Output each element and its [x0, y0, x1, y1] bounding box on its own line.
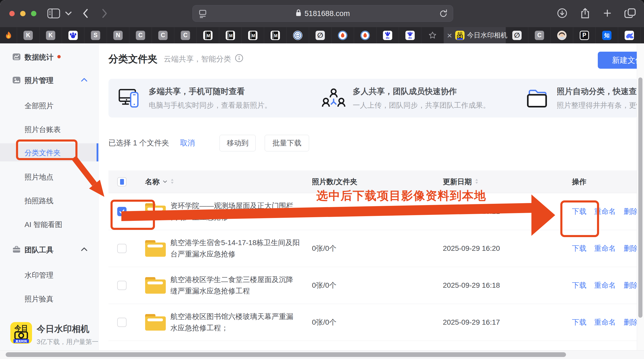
- action-下载-link[interactable]: 下载: [572, 280, 586, 290]
- sidebar-item-照片管理[interactable]: 照片管理: [0, 71, 98, 89]
- favicon-zhihu-icon: 知: [602, 31, 611, 40]
- favicon-emblem-icon: CUIT: [293, 31, 302, 40]
- folder-name[interactable]: 资环学院——观测场屋面及正大门围栏倒塌严重应急抢修: [170, 200, 300, 223]
- feature-desc: 一人上传，团队同步，共享团队工作成果。: [353, 100, 490, 110]
- browser-tab[interactable]: du: [399, 27, 421, 43]
- browser-tab[interactable]: C: [129, 27, 152, 43]
- minimize-window-button[interactable]: [20, 11, 26, 16]
- browser-tab[interactable]: M: [197, 27, 219, 43]
- browser-tab[interactable]: C: [152, 27, 174, 43]
- browser-tab[interactable]: ∅: [309, 27, 332, 43]
- browser-tab[interactable]: [618, 27, 641, 43]
- action-删除-link[interactable]: 删除: [624, 207, 638, 216]
- name-sort-icon[interactable]: [170, 178, 174, 185]
- page-subtitle: 云端共享，智能分类: [164, 54, 231, 64]
- horizontal-scrollbar-thumb[interactable]: [6, 352, 566, 357]
- feature-title: 多人共享，团队成员快速协作: [353, 86, 490, 97]
- action-删除-link[interactable]: 删除: [624, 244, 638, 253]
- browser-tab[interactable]: [0, 27, 17, 43]
- batch-download-button[interactable]: 批量下载: [265, 135, 309, 151]
- sidebar-item-照片验真[interactable]: 照片验真: [0, 290, 98, 308]
- action-重命名-link[interactable]: 重命名: [594, 317, 616, 327]
- browser-tab[interactable]: [551, 27, 573, 43]
- browser-tab[interactable]: [421, 27, 444, 43]
- chevron-up-icon[interactable]: [81, 78, 88, 82]
- action-删除-link[interactable]: 删除: [624, 280, 638, 290]
- browser-tab[interactable]: 知: [596, 27, 618, 43]
- app-tagline: 3亿下载，用户量第一: [37, 338, 98, 346]
- browser-tab[interactable]: CUIT: [287, 27, 309, 43]
- sidebar-item-AI 智能看图[interactable]: AI 智能看图: [0, 215, 98, 233]
- row-checkbox[interactable]: [117, 244, 127, 253]
- chevron-up-icon[interactable]: [81, 247, 88, 251]
- browser-tab[interactable]: M: [264, 27, 287, 43]
- share-icon[interactable]: [580, 7, 590, 20]
- feature-title: 多端共享，手机可随时查看: [149, 86, 272, 97]
- row-name-cell: 航空港校区图书馆六楼玻璃天幕严重漏水应急抢修工程；: [135, 311, 312, 334]
- favicon-letter-icon: S: [91, 31, 100, 40]
- sidebar-item-团队工具[interactable]: 团队工具: [0, 240, 98, 259]
- sidebar-item-照片台账表[interactable]: 照片台账表: [0, 120, 98, 138]
- active-tab[interactable]: ×今日今日水印相机: [444, 27, 506, 43]
- reload-icon[interactable]: [439, 9, 448, 20]
- sidebar-item-拍照路线[interactable]: 拍照路线: [0, 191, 98, 209]
- action-下载-link[interactable]: 下载: [572, 317, 586, 327]
- browser-tab[interactable]: K: [17, 27, 40, 43]
- browser-tab[interactable]: M: [242, 27, 264, 43]
- row-checkbox[interactable]: [117, 318, 127, 327]
- favicon-avatar-icon: [557, 31, 567, 40]
- folder-name[interactable]: 航空港校区学生二食堂三楼屋面及沉降缝严重漏水应急抢修工程: [170, 274, 300, 297]
- vertical-scrollbar-thumb[interactable]: [638, 77, 642, 318]
- close-tab-icon[interactable]: ×: [447, 31, 452, 40]
- browser-tab[interactable]: M: [219, 27, 242, 43]
- favicon-book-icon: M: [203, 31, 213, 40]
- sidebar-item-水印管理[interactable]: 水印管理: [0, 266, 98, 284]
- chevron-down-icon[interactable]: [65, 7, 72, 20]
- sidebar-item-数据统计[interactable]: 数据统计: [0, 48, 98, 66]
- browser-tab[interactable]: C: [528, 27, 551, 43]
- favicon-slash-icon: ∅: [316, 31, 325, 40]
- sidebar-item-label: 全部照片: [25, 101, 53, 111]
- select-all-checkbox[interactable]: [117, 177, 127, 186]
- downloads-icon[interactable]: [557, 8, 568, 20]
- sidebar-item-照片地点[interactable]: 照片地点: [0, 168, 98, 186]
- browser-tab[interactable]: P: [573, 27, 596, 43]
- browser-tab[interactable]: [354, 27, 376, 43]
- page-format-icon[interactable]: [199, 9, 207, 20]
- feature-desc: 电脑与手机实时同步，查看最新照片。: [149, 100, 272, 110]
- browser-tab[interactable]: K: [40, 27, 62, 43]
- action-重命名-link[interactable]: 重命名: [594, 280, 616, 290]
- folder-name[interactable]: 航空港学生宿舍5-14-17-18栋卫生间及阳台严重漏水应急抢修: [170, 237, 300, 260]
- action-下载-link[interactable]: 下载: [572, 244, 586, 253]
- tab-overview-icon[interactable]: [624, 8, 636, 20]
- zoom-window-button[interactable]: [31, 11, 36, 16]
- action-删除-link[interactable]: 删除: [624, 317, 638, 327]
- browser-tab[interactable]: du: [376, 27, 399, 43]
- browser-tab[interactable]: N: [107, 27, 129, 43]
- browser-tab[interactable]: S: [84, 27, 107, 43]
- back-icon[interactable]: [82, 7, 89, 20]
- browser-tab[interactable]: C: [174, 27, 197, 43]
- photo-count: 0张/0个: [312, 280, 443, 290]
- row-actions: 下载重命名删除: [572, 244, 644, 253]
- info-icon[interactable]: [235, 54, 244, 64]
- sidebar-toggle-icon[interactable]: [47, 7, 60, 20]
- cancel-selection-link[interactable]: 取消: [180, 138, 195, 148]
- address-bar[interactable]: 5181688.com: [192, 5, 453, 22]
- browser-tab[interactable]: ∅: [506, 27, 528, 43]
- folder-name[interactable]: 航空港校区图书馆六楼玻璃天幕严重漏水应急抢修工程；: [170, 311, 300, 334]
- name-dropdown-icon[interactable]: [163, 180, 167, 184]
- forward-icon[interactable]: [101, 7, 108, 20]
- move-to-button[interactable]: 移动到: [219, 135, 256, 151]
- browser-tab[interactable]: [332, 27, 354, 43]
- sidebar-item-全部照片[interactable]: 全部照片: [0, 96, 98, 114]
- favicon-letter-icon: C: [136, 31, 145, 40]
- close-window-button[interactable]: [9, 11, 15, 16]
- updated-sort-icon[interactable]: [475, 178, 478, 185]
- annotation-box-checkbox: [111, 200, 155, 230]
- new-tab-icon[interactable]: [603, 9, 612, 19]
- browser-tab[interactable]: [62, 27, 84, 43]
- row-checkbox[interactable]: [117, 281, 127, 290]
- svg-text:CUIT: CUIT: [296, 35, 300, 36]
- action-重命名-link[interactable]: 重命名: [594, 244, 616, 253]
